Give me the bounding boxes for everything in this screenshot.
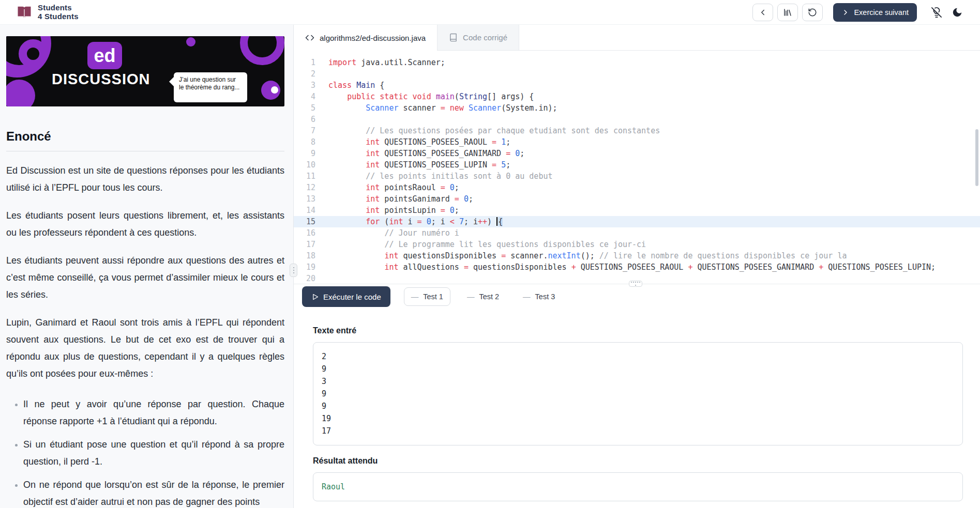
code-line[interactable]: 13 int pointsGanimard = 0;: [294, 193, 980, 205]
code-text: [324, 114, 328, 125]
line-number: 11: [294, 171, 324, 182]
ed-discussion-banner: ed DISCUSSION J’ai une question sur le t…: [6, 36, 284, 106]
chevron-left-icon: [758, 8, 767, 17]
statement-paragraphs: Ed Discussion est un site de questions r…: [6, 162, 284, 382]
code-line[interactable]: 5 Scanner scanner = new Scanner(System.i…: [294, 102, 980, 114]
brand-line2: 4 Students: [38, 12, 79, 21]
run-code-label: Exécuter le code: [323, 293, 381, 301]
next-exercise-button[interactable]: Exercice suivant: [833, 3, 917, 22]
editor-tabbar: algorithms2/ed-discussion.java Code corr…: [294, 25, 980, 51]
speech-bubble-text: J’ai une question sur le théorème du ran…: [179, 76, 239, 91]
speech-bubble: J’ai une question sur le théorème du ran…: [174, 72, 247, 102]
statement-bullet: On ne répond que lorsqu’on est sûr de la…: [23, 476, 284, 508]
test-tab-label: Test 2: [479, 293, 499, 301]
tab-code-file-label: algorithms2/ed-discussion.java: [320, 34, 426, 42]
code-editor[interactable]: 1import java.util.Scanner;23class Main {…: [294, 51, 980, 284]
moon-icon: [952, 7, 963, 18]
code-text: public static void main(String[] args) {: [324, 91, 534, 102]
code-line[interactable]: 16 // Jour numéro i: [294, 227, 980, 239]
code-line[interactable]: 3class Main {: [294, 80, 980, 91]
line-number: 19: [294, 261, 324, 273]
output-label: Résultat attendu: [313, 456, 963, 466]
next-exercise-label: Exercice suivant: [854, 8, 909, 17]
tab-code-file[interactable]: algorithms2/ed-discussion.java: [294, 25, 438, 51]
test-results-panel: Texte entré 2 9 3 9 9 19 17 Résultat att…: [294, 309, 980, 501]
code-line[interactable]: 1import java.util.Scanner;: [294, 57, 980, 68]
test-tabs: —Test 1—Test 2—Test 3: [404, 287, 563, 306]
book-icon: [449, 33, 458, 42]
header: Students 4 Students Exercice suivant: [0, 0, 980, 25]
dash-icon: —: [523, 293, 531, 301]
code-line[interactable]: 4 public static void main(String[] args)…: [294, 91, 980, 102]
statement-bullet: Si un étudiant pose une question et qu’i…: [23, 436, 284, 470]
line-number: 20: [294, 273, 324, 284]
code-line[interactable]: 9 int QUESTIONS_POSEES_GANIMARD = 0;: [294, 148, 980, 159]
dark-mode-button[interactable]: [949, 4, 966, 21]
line-number: 12: [294, 182, 324, 193]
editor-resize-handle[interactable]: [629, 281, 642, 287]
brand-text: Students 4 Students: [38, 4, 79, 21]
banner-ring-decoration: [19, 39, 48, 68]
code-line[interactable]: 12 int pointsRaoul = 0;: [294, 182, 980, 193]
line-number: 1: [294, 57, 324, 68]
line-number: 9: [294, 148, 324, 159]
test-tab-label: Test 1: [423, 293, 443, 301]
lightbulb-off-icon: [931, 7, 942, 18]
test-tab[interactable]: —Test 2: [460, 287, 506, 306]
statement-bullets: Il ne peut y avoir qu’une réponse par qu…: [6, 396, 284, 508]
tab-code-corrige[interactable]: Code corrigé: [438, 25, 519, 50]
ed-badge: ed: [87, 42, 122, 69]
banner-dot-decoration: [186, 37, 195, 47]
statement-heading: Enoncé: [6, 129, 284, 144]
code-line[interactable]: 2: [294, 68, 980, 80]
code-lines: 1import java.util.Scanner;23class Main {…: [294, 57, 980, 284]
line-number: 3: [294, 80, 324, 91]
code-text: int allQuestions = questionsDisponibles …: [324, 261, 936, 273]
code-icon: [305, 33, 314, 42]
code-text: int pointsLupin = 0;: [324, 205, 459, 216]
brand-logo[interactable]: Students 4 Students: [16, 4, 79, 21]
code-line[interactable]: 11 // les points initilas sont à 0 au de…: [294, 171, 980, 182]
code-line[interactable]: 18 int questionsDisponibles = scanner.ne…: [294, 250, 980, 261]
play-icon: [311, 293, 319, 301]
statement-paragraph: Lupin, Ganimard et Raoul sont trois amis…: [6, 314, 284, 382]
line-number: 4: [294, 91, 324, 102]
brand-line1: Students: [38, 4, 79, 12]
line-number: 6: [294, 114, 324, 125]
test-tab-label: Test 3: [535, 293, 555, 301]
line-number: 2: [294, 68, 324, 80]
test-tab[interactable]: —Test 1: [404, 287, 450, 306]
hint-disabled-button[interactable]: [928, 4, 945, 21]
line-number: 8: [294, 136, 324, 148]
code-text: int QUESTIONS_POSEES_RAOUL = 1;: [324, 136, 510, 148]
code-text: for (int i = 0; i < 7; i++) {: [324, 216, 503, 227]
editor-scrollbar-thumb[interactable]: [975, 129, 978, 186]
main-panel: algorithms2/ed-discussion.java Code corr…: [294, 25, 980, 508]
run-code-button[interactable]: Exécuter le code: [302, 286, 390, 307]
divider: [6, 151, 284, 151]
sidebar-resize-handle[interactable]: [290, 264, 297, 277]
reset-button[interactable]: [802, 4, 823, 21]
app: Students 4 Students Exercice suivant: [0, 0, 980, 508]
code-text: int pointsRaoul = 0;: [324, 182, 459, 193]
line-number: 16: [294, 227, 324, 239]
code-text: Scanner scanner = new Scanner(System.in)…: [324, 102, 557, 114]
test-tab[interactable]: —Test 3: [516, 287, 562, 306]
library-button[interactable]: [777, 4, 798, 21]
code-line[interactable]: 6: [294, 114, 980, 125]
code-line[interactable]: 15 for (int i = 0; i < 7; i++) {: [294, 216, 980, 227]
dash-icon: —: [411, 293, 419, 301]
code-line[interactable]: 10 int QUESTIONS_POSEES_LUPIN = 5;: [294, 159, 980, 171]
code-text: int QUESTIONS_POSEES_LUPIN = 5;: [324, 159, 510, 171]
line-number: 17: [294, 239, 324, 250]
code-line[interactable]: 19 int allQuestions = questionsDisponibl…: [294, 261, 980, 273]
code-line[interactable]: 14 int pointsLupin = 0;: [294, 205, 980, 216]
code-text: int pointsGanimard = 0;: [324, 193, 473, 205]
input-label: Texte entré: [313, 326, 963, 335]
back-button[interactable]: [752, 4, 773, 21]
code-line[interactable]: 7 // Les questions posées par chaque etu…: [294, 125, 980, 136]
sidebar: ed DISCUSSION J’ai une question sur le t…: [0, 25, 294, 508]
code-line[interactable]: 8 int QUESTIONS_POSEES_RAOUL = 1;: [294, 136, 980, 148]
line-number: 10: [294, 159, 324, 171]
code-line[interactable]: 17 // Le programme lit les questions dis…: [294, 239, 980, 250]
